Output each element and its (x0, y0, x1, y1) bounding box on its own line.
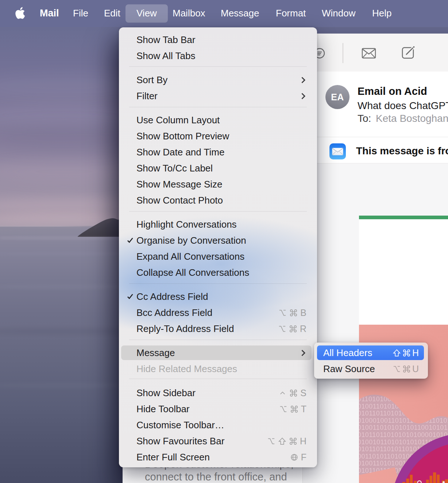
svg-text:0100110101010101100101010: 0100110101010101100101010 (359, 424, 448, 431)
svg-text:0100010011010110010110101: 0100010011010110010110101 (359, 417, 448, 424)
svg-text:0101101101010101000010101: 0101101101010101000010101 (359, 431, 448, 438)
